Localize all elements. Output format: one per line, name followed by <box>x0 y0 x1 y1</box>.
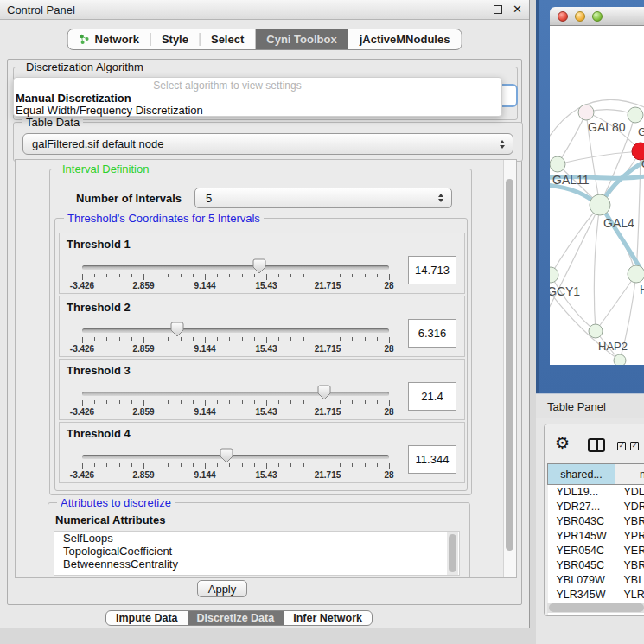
tab-network[interactable]: Network <box>68 29 150 49</box>
network-node-green[interactable] <box>628 265 644 283</box>
table-cell[interactable]: YER0 <box>615 544 644 558</box>
tick-mark <box>156 463 156 467</box>
tick-mark <box>242 400 243 404</box>
slider-handle[interactable] <box>170 322 184 337</box>
table-cell[interactable]: YPR145W <box>548 529 615 544</box>
table-row[interactable]: YBR043CYBR0 <box>548 514 644 529</box>
tick-mark <box>303 337 304 341</box>
table-cell[interactable]: YLR3 <box>615 588 644 603</box>
table-cell[interactable]: YBR0 <box>615 558 644 573</box>
tab-discretize-data[interactable]: Discretize Data <box>188 611 284 625</box>
apply-button[interactable]: Apply <box>197 580 247 597</box>
tick-mark <box>119 274 120 277</box>
slider-track[interactable] <box>82 455 389 459</box>
attribute-item[interactable]: BetweennessCentrality <box>54 558 459 571</box>
slider-track[interactable] <box>82 328 389 333</box>
table-cell[interactable]: YBR045C <box>548 558 615 573</box>
network-node-green[interactable] <box>550 267 558 283</box>
tick-mark <box>254 337 255 341</box>
table-cell[interactable]: YER054C <box>548 544 615 558</box>
settings-vertical-scrollbar[interactable] <box>503 160 516 577</box>
mac-minimize-icon[interactable] <box>575 11 585 22</box>
network-node-green[interactable] <box>614 354 626 365</box>
table-cell[interactable]: YBR043C <box>548 514 615 529</box>
checkbox-icon[interactable]: ✓ <box>630 442 639 450</box>
slider-track[interactable] <box>82 392 389 396</box>
tab-jactivemnodules[interactable]: jActiveMNodules <box>348 29 462 49</box>
tick-label: 2.859 <box>132 344 154 354</box>
table-cell[interactable]: YPR1 <box>615 529 644 544</box>
algorithm-option[interactable]: Equal Width/Frequency Discretization <box>14 105 501 117</box>
table-cell[interactable]: YDR2 <box>615 500 644 514</box>
network-node-green[interactable] <box>589 324 603 338</box>
table-row[interactable]: YBR045CYBR0 <box>548 558 644 573</box>
tab-impute-data[interactable]: Impute Data <box>106 611 188 625</box>
network-node-green[interactable] <box>550 156 565 172</box>
table-data-combobox[interactable]: galFiltered.sif default node <box>22 133 513 155</box>
checkbox-icon[interactable]: ✓ <box>617 442 626 450</box>
numerical-attributes-list[interactable]: SelfLoopsTopologicalCoefficientBetweenne… <box>54 531 460 576</box>
table-panel-header: Table Panel <box>536 393 644 418</box>
number-of-intervals-spinner[interactable]: 5 <box>194 188 452 208</box>
network-node-pink[interactable] <box>578 105 594 120</box>
column-header[interactable]: na <box>615 464 644 485</box>
tick-mark <box>106 400 107 404</box>
tab-select[interactable]: Select <box>200 29 255 49</box>
network-node-green[interactable] <box>590 194 610 215</box>
table-row[interactable]: YDL19...YDL1 <box>548 485 644 500</box>
tick-mark <box>181 274 182 277</box>
tick-mark <box>82 463 83 469</box>
network-icon <box>80 34 90 45</box>
mac-zoom-icon[interactable] <box>592 11 603 22</box>
attribute-item[interactable]: TopologicalCoefficient <box>54 545 459 558</box>
column-header[interactable]: shared... <box>548 464 615 485</box>
table-row[interactable]: YBL079WYBL0 <box>548 573 644 588</box>
slider-track[interactable] <box>82 265 389 270</box>
table-cell[interactable]: YDL1 <box>615 485 644 500</box>
table-row[interactable]: YER054CYER0 <box>548 544 644 558</box>
slider-handle[interactable] <box>220 448 233 463</box>
table-row[interactable]: YLR345WYLR3 <box>548 588 644 603</box>
algorithm-hint: Select algorithm to view settings <box>14 80 501 92</box>
split-columns-icon[interactable] <box>588 438 605 452</box>
tick-mark <box>365 337 366 341</box>
table-cell[interactable]: YBR0 <box>615 514 644 529</box>
table-cell[interactable]: YDR27... <box>548 500 615 514</box>
threshold-value-field[interactable]: 6.316 <box>408 319 456 348</box>
threshold-box: Threshold 1-3.4262.8599.14415.4321.71528… <box>59 233 465 294</box>
tab-cyni-toolbox[interactable]: Cyni Toolbox <box>255 29 348 49</box>
mac-close-icon[interactable] <box>558 11 568 22</box>
tick-mark <box>119 337 120 341</box>
table-cell[interactable]: YDL19... <box>548 485 615 500</box>
close-icon[interactable]: ✕ <box>513 5 522 14</box>
table-cell[interactable]: YBL0 <box>615 573 644 588</box>
network-node-green[interactable] <box>628 107 643 123</box>
threshold-value-field[interactable]: 11.344 <box>408 445 456 474</box>
gear-icon[interactable]: ⚙ <box>555 433 570 453</box>
table-row[interactable]: YPR145WYPR1 <box>548 529 644 544</box>
table-horizontal-scrollbar[interactable] <box>547 603 644 613</box>
table-cell[interactable]: YLR345W <box>548 588 615 603</box>
tab-style[interactable]: Style <box>150 29 200 49</box>
slider-ticks <box>82 400 389 407</box>
tab-infer-network[interactable]: Infer Network <box>284 611 372 625</box>
tick-mark <box>217 400 218 404</box>
float-window-icon[interactable] <box>494 5 502 14</box>
table-cell[interactable]: YBL079W <box>548 573 615 588</box>
tick-label: -3.426 <box>70 344 94 354</box>
tick-label: 28 <box>384 344 393 354</box>
slider-handle[interactable] <box>252 258 266 274</box>
attributes-scrollbar[interactable] <box>447 532 458 576</box>
tab-label: Network <box>95 33 139 46</box>
table-row[interactable]: YDR27...YDR2 <box>548 500 644 514</box>
tick-mark <box>389 463 390 469</box>
slider-handle[interactable] <box>317 385 331 400</box>
attribute-item[interactable]: SelfLoops <box>54 532 459 545</box>
threshold-value-field[interactable]: 14.713 <box>408 256 456 284</box>
tick-label: 9.144 <box>194 344 215 354</box>
algorithm-option[interactable]: Manual Discretization <box>14 92 501 105</box>
tick-mark <box>377 337 378 341</box>
threshold-value-field[interactable]: 21.4 <box>408 382 456 411</box>
tick-mark <box>328 400 328 406</box>
network-canvas[interactable]: GAL80GACGAL11GAL4GCY1HHAP2 <box>550 26 644 365</box>
